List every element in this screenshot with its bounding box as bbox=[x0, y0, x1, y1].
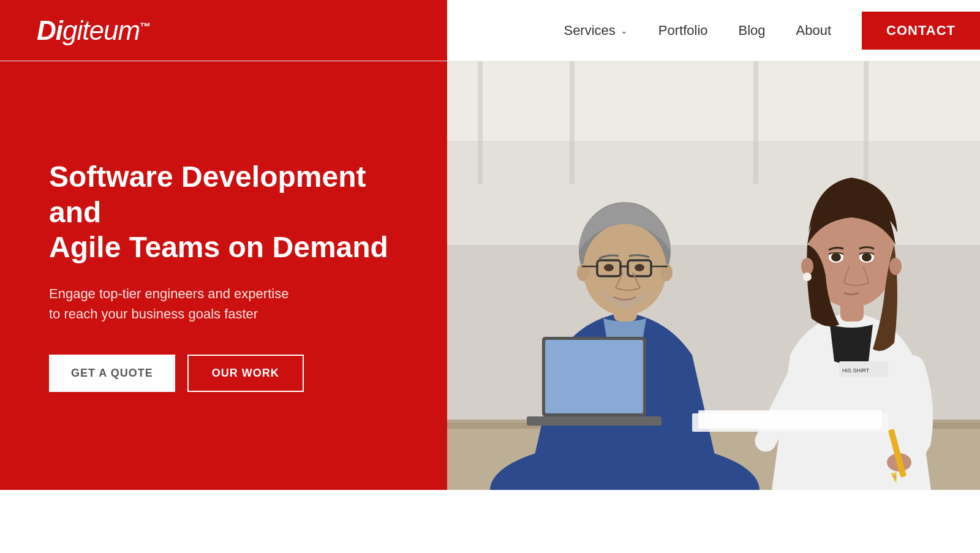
hero-left-panel: Software Development and Agile Teams on … bbox=[0, 61, 447, 490]
svg-rect-22 bbox=[527, 416, 662, 426]
nav-label-about: About bbox=[796, 23, 832, 39]
hero-heading: Software Development and Agile Teams on … bbox=[49, 159, 398, 265]
header-logo-area: Digiteum™ bbox=[0, 0, 447, 61]
hero-right-panel: HIS SHIRT bbox=[447, 61, 980, 490]
chevron-down-icon: ⌄ bbox=[620, 26, 628, 36]
svg-rect-39 bbox=[698, 410, 882, 429]
contact-button[interactable]: CONTACT bbox=[862, 12, 980, 50]
svg-rect-2 bbox=[447, 61, 980, 141]
hero-subtext-line2: to reach your business goals faster bbox=[49, 306, 258, 322]
hero-section: Software Development and Agile Teams on … bbox=[0, 61, 980, 490]
nav-label-services: Services bbox=[564, 23, 615, 39]
hero-subtext: Engage top-tier engineers and expertise … bbox=[49, 284, 398, 324]
nav-label-portfolio: Portfolio bbox=[658, 23, 708, 39]
svg-text:HIS SHIRT: HIS SHIRT bbox=[842, 367, 870, 374]
nav-item-services[interactable]: Services ⌄ bbox=[564, 23, 627, 39]
our-work-button[interactable]: OUR WORK bbox=[187, 355, 304, 392]
get-quote-button[interactable]: GET A QUOTE bbox=[49, 355, 175, 392]
svg-point-21 bbox=[635, 264, 644, 271]
bottom-white-area bbox=[0, 490, 980, 553]
svg-rect-6 bbox=[864, 61, 869, 184]
nav-label-blog: Blog bbox=[739, 23, 766, 39]
header-nav-area: Services ⌄ Portfolio Blog About CONTACT bbox=[447, 0, 980, 61]
hero-image: HIS SHIRT bbox=[447, 61, 980, 490]
svg-rect-4 bbox=[570, 61, 575, 184]
svg-point-27 bbox=[801, 258, 813, 275]
svg-point-20 bbox=[604, 264, 614, 271]
logo-text: Digiteum™ bbox=[37, 15, 150, 46]
svg-point-33 bbox=[862, 253, 872, 261]
svg-point-28 bbox=[803, 273, 812, 281]
header: Digiteum™ Services ⌄ Portfolio Blog Abou… bbox=[0, 0, 980, 61]
nav-item-about[interactable]: About bbox=[796, 23, 832, 39]
svg-rect-5 bbox=[753, 61, 758, 184]
svg-rect-24 bbox=[545, 340, 643, 413]
hero-buttons: GET A QUOTE OUR WORK bbox=[49, 355, 398, 392]
svg-point-29 bbox=[889, 258, 902, 275]
nav-item-portfolio[interactable]: Portfolio bbox=[658, 23, 708, 39]
hero-subtext-line1: Engage top-tier engineers and expertise bbox=[49, 286, 288, 301]
nav-item-blog[interactable]: Blog bbox=[739, 23, 766, 39]
svg-rect-3 bbox=[478, 61, 483, 184]
svg-point-31 bbox=[831, 253, 841, 261]
main-nav: Services ⌄ Portfolio Blog About CONTACT bbox=[564, 12, 980, 50]
hero-heading-line1: Software Development and bbox=[49, 160, 366, 228]
hero-heading-line2: Agile Teams on Demand bbox=[49, 231, 388, 263]
logo[interactable]: Digiteum™ bbox=[37, 15, 150, 46]
